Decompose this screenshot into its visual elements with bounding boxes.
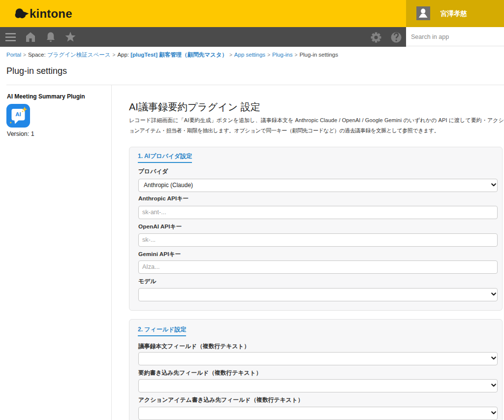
svg-text:AI: AI [15,111,21,117]
